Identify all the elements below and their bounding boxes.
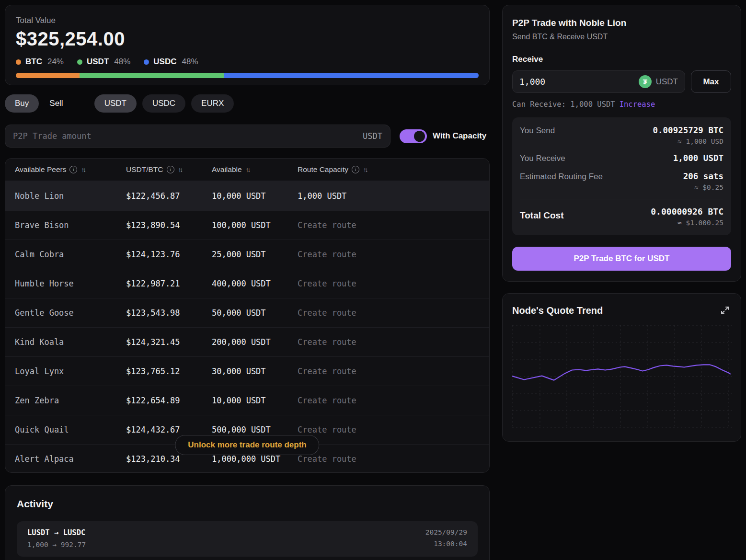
expand-icon[interactable] <box>719 304 731 317</box>
peer-available: 10,000 USDT <box>212 191 298 201</box>
sort-icon[interactable]: ↑↓ <box>246 166 250 173</box>
right-column: P2P Trade with Noble Lion Send BTC & Rec… <box>502 5 741 560</box>
peer-name: Noble Lion <box>15 191 126 201</box>
peer-price: $123,890.54 <box>126 220 212 230</box>
tab-eurx[interactable]: EURX <box>191 94 234 113</box>
toggle-knob <box>414 131 425 142</box>
create-route-link[interactable]: Create route <box>298 220 480 230</box>
peer-available: 1,000,000 USDT <box>212 454 298 464</box>
legend-dot-btc <box>16 59 21 65</box>
total-value-label: Total Value <box>16 16 479 25</box>
info-icon[interactable]: i <box>167 166 174 173</box>
quote-trend-card: Node's Quote Trend <box>502 293 741 442</box>
allocation-bar <box>16 73 479 78</box>
create-route-link[interactable]: Create route <box>298 425 480 434</box>
create-route-link[interactable]: Create route <box>298 366 480 376</box>
peer-price: $122,456.87 <box>126 191 212 201</box>
legend-dot-usdt <box>77 59 82 65</box>
column-header-3[interactable]: Route Capacityi↑↓ <box>298 165 480 174</box>
trade-amount-box: USDT <box>5 125 390 148</box>
legend-percent: 48% <box>114 57 130 67</box>
create-route-link[interactable]: Create route <box>298 279 480 288</box>
can-receive-row: Can Receive: 1,000 USDTIncrease <box>512 100 731 109</box>
activity-item[interactable]: LUSDT → LUSDC1,000 → 992.772025/09/2913:… <box>17 521 478 557</box>
receive-amount-input[interactable] <box>519 77 639 87</box>
peer-price: $123,543.98 <box>126 308 212 318</box>
receive-label: Receive <box>512 55 731 64</box>
increase-link[interactable]: Increase <box>620 100 655 109</box>
peer-price: $123,765.12 <box>126 366 212 376</box>
legend-dot-usdc <box>144 59 149 65</box>
column-header-0[interactable]: Available Peersi↑↓ <box>15 165 126 174</box>
activity-item-left: LUSDT → LUSDC1,000 → 992.77 <box>27 528 86 549</box>
column-header-2[interactable]: Available↑↓ <box>212 165 298 174</box>
currency-tabs: USDTUSDCEURX <box>94 94 234 113</box>
info-icon[interactable]: i <box>352 166 359 173</box>
create-route-link[interactable]: Create route <box>298 308 480 318</box>
legend-item-usdt: USDT48% <box>77 57 130 67</box>
summary-row: You Send0.00925729 BTC≈ 1,000 USD <box>520 126 723 145</box>
trade-amount-input[interactable] <box>13 131 363 141</box>
tab-usdt[interactable]: USDT <box>94 94 137 113</box>
peer-available: 30,000 USDT <box>212 366 298 376</box>
summary-row-label: Estimated Routing Fee <box>520 171 603 182</box>
total-cost-approx: ≈ $1.000.25 <box>651 219 723 227</box>
sort-icon[interactable]: ↑↓ <box>81 166 85 173</box>
table-row[interactable]: Gentle Goose$123,543.9850,000 USDTCreate… <box>5 298 489 327</box>
summary-row-value: 0.00925729 BTC <box>653 126 723 135</box>
activity-card: Activity LUSDT → LUSDC1,000 → 992.772025… <box>5 485 490 560</box>
total-cost-label: Total Cost <box>520 206 563 221</box>
trade-card-title: P2P Trade with Noble Lion <box>512 18 731 28</box>
max-button[interactable]: Max <box>691 70 731 93</box>
legend-symbol: USDC <box>153 57 176 67</box>
peers-table-body: Noble Lion$122,456.8710,000 USDT1,000 US… <box>5 181 489 473</box>
activity-title: Activity <box>17 498 478 510</box>
trade-amount-suffix: USDT <box>363 131 382 141</box>
table-row[interactable]: Zen Zebra$122,654.8910,000 USDTCreate ro… <box>5 386 489 415</box>
table-row[interactable]: Humble Horse$122,987.21400,000 USDTCreat… <box>5 269 489 298</box>
route-capacity: 1,000 USDT <box>298 191 480 201</box>
summary-row-label: You Receive <box>520 153 565 163</box>
peer-name: Alert Alpaca <box>15 454 126 464</box>
peer-available: 500,000 USDT <box>212 425 298 434</box>
create-route-link[interactable]: Create route <box>298 337 480 347</box>
table-row[interactable]: Kind Koala$124,321.45200,000 USDTCreate … <box>5 327 489 356</box>
column-header-1[interactable]: USDT/BTCi↑↓ <box>126 165 212 174</box>
create-route-link[interactable]: Create route <box>298 454 480 464</box>
quote-trend-title: Node's Quote Trend <box>512 305 603 316</box>
tab-sell[interactable]: Sell <box>42 94 70 113</box>
legend-percent: 24% <box>47 57 64 67</box>
summary-row-right: 1,000 USDT <box>673 153 723 163</box>
summary-row-value: 1,000 USDT <box>673 153 723 163</box>
quote-trend-line <box>513 365 730 380</box>
sort-icon[interactable]: ↑↓ <box>178 166 182 173</box>
peer-name: Calm Cobra <box>15 250 126 259</box>
activity-timestamp: 2025/09/2913:00:04 <box>425 528 467 549</box>
p2p-trade-card: P2P Trade with Noble Lion Send BTC & Rec… <box>502 5 741 282</box>
p2p-trade-cta-button[interactable]: P2P Trade BTC for USDT <box>512 247 731 271</box>
table-row[interactable]: Noble Lion$122,456.8710,000 USDT1,000 US… <box>5 181 489 210</box>
tab-usdc[interactable]: USDC <box>142 94 185 113</box>
activity-amounts: 1,000 → 992.77 <box>27 541 86 549</box>
sort-icon[interactable]: ↑↓ <box>363 166 367 173</box>
create-route-link[interactable]: Create route <box>298 250 480 259</box>
tab-buy[interactable]: Buy <box>5 94 39 113</box>
peer-price: $122,654.89 <box>126 396 212 405</box>
table-row[interactable]: Loyal Lynx$123,765.1230,000 USDTCreate r… <box>5 356 489 386</box>
table-row[interactable]: Brave Bison$123,890.54100,000 USDTCreate… <box>5 210 489 240</box>
peer-name: Brave Bison <box>15 220 126 230</box>
peer-price: $124,432.67 <box>126 425 212 434</box>
summary-row-approx: ≈ 1,000 USD <box>653 137 723 145</box>
allocation-segment-usdt <box>80 73 224 78</box>
trade-card-subtitle: Send BTC & Receive USDT <box>512 33 731 41</box>
table-row[interactable]: Calm Cobra$124,123.7625,000 USDTCreate r… <box>5 240 489 269</box>
quote-trend-header: Node's Quote Trend <box>512 304 731 317</box>
unlock-depth-overlay[interactable]: Unlock more trade route depth <box>175 435 319 455</box>
create-route-link[interactable]: Create route <box>298 396 480 405</box>
with-capacity-toggle[interactable] <box>400 129 427 143</box>
tether-icon: ₮ <box>639 75 652 88</box>
info-icon[interactable]: i <box>69 166 77 173</box>
legend-item-btc: BTC24% <box>16 57 64 67</box>
peer-name: Quick Quail <box>15 425 126 434</box>
legend-symbol: USDT <box>87 57 109 67</box>
